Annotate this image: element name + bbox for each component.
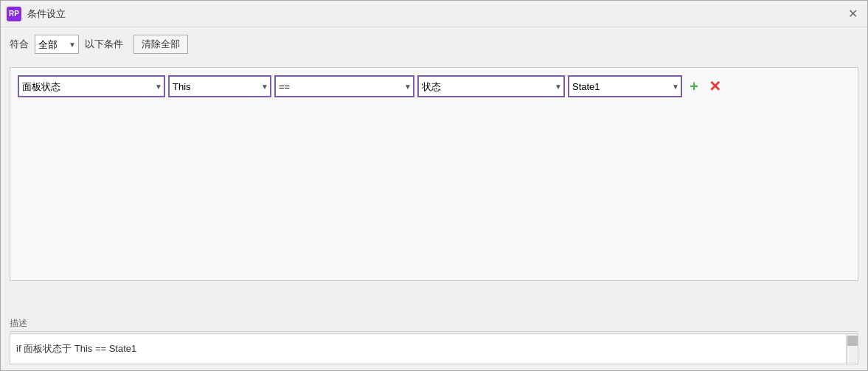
match-select-wrapper: 全部 任意 ▼ <box>35 35 79 54</box>
state-select[interactable]: State1 State2 <box>568 75 682 97</box>
this-select[interactable]: This <box>168 75 271 97</box>
window-title: 条件设立 <box>27 7 844 21</box>
app-icon: RP <box>7 7 21 21</box>
description-label: 描述 <box>10 317 858 332</box>
description-scrollbar-thumb <box>847 336 858 346</box>
match-label: 符合 <box>10 38 29 51</box>
match-select[interactable]: 全部 任意 <box>35 35 79 54</box>
description-content: if 面板状态于 This == State1 <box>16 342 136 356</box>
field-select-wrapper: 面板状态 ▼ <box>18 75 165 97</box>
main-window: RP 条件设立 ✕ 符合 全部 任意 ▼ 以下条件 清除全部 面板状态 <box>0 0 868 371</box>
this-select-wrapper: This ▼ <box>168 75 271 97</box>
description-box: if 面板状态于 This == State1 <box>10 333 858 364</box>
title-bar: RP 条件设立 ✕ <box>1 1 867 27</box>
close-button[interactable]: ✕ <box>844 5 861 23</box>
condition-row: 面板状态 ▼ This ▼ == != > <box>18 75 850 97</box>
clear-all-button[interactable]: 清除全部 <box>133 35 188 54</box>
condition-label: 以下条件 <box>85 38 123 51</box>
type-select-wrapper: 状态 ▼ <box>417 75 565 97</box>
toolbar: 符合 全部 任意 ▼ 以下条件 清除全部 <box>1 27 867 61</box>
operator-select-wrapper: == != > < ▼ <box>274 75 414 97</box>
condition-box: 面板状态 ▼ This ▼ == != > <box>10 67 858 281</box>
description-section: 描述 if 面板状态于 This == State1 <box>1 314 867 370</box>
state-select-wrapper: State1 State2 ▼ <box>568 75 682 97</box>
condition-area: 面板状态 ▼ This ▼ == != > <box>1 61 867 314</box>
field-select[interactable]: 面板状态 <box>18 75 165 97</box>
delete-condition-button[interactable]: ✕ <box>706 77 723 95</box>
type-select[interactable]: 状态 <box>417 75 565 97</box>
add-condition-button[interactable]: + <box>685 77 703 95</box>
operator-select[interactable]: == != > < <box>274 75 414 97</box>
description-scrollbar[interactable] <box>846 334 858 364</box>
